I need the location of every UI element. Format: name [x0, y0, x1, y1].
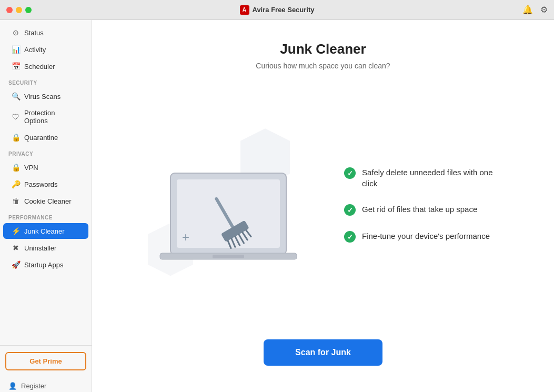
sidebar-label-protection-options: Protection Options [24, 109, 80, 125]
quarantine-icon: 🔒 [12, 133, 20, 142]
sidebar-bottom: Get Prime [0, 345, 92, 377]
features-list: ✓ Safely delete unneeded files with one … [344, 167, 502, 243]
startup-apps-icon: 🚀 [12, 260, 20, 269]
close-button[interactable] [6, 7, 13, 13]
sidebar-item-protection-options[interactable]: 🛡 Protection Options [3, 105, 88, 128]
page-title: Junk Cleaner [280, 41, 366, 57]
sidebar-item-passwords[interactable]: 🔑 Passwords [3, 176, 88, 192]
maximize-button[interactable] [25, 7, 32, 13]
sidebar-item-vpn[interactable]: 🔒 VPN [3, 159, 88, 175]
scheduler-icon: 📅 [12, 62, 20, 71]
laptop-illustration: + [155, 168, 302, 273]
sidebar-item-scheduler[interactable]: 📅 Scheduler [3, 58, 88, 74]
feature-item-1: ✓ Safely delete unneeded files with one … [344, 167, 502, 189]
app-title-area: A Avira Free Security [239, 5, 314, 15]
feature-item-2: ✓ Get rid of files that take up space [344, 204, 502, 216]
sidebar-label-junk-cleaner: Junk Cleaner [24, 227, 65, 235]
feature-text-1: Safely delete unneeded files with one cl… [362, 167, 502, 189]
illustration-container: + [144, 126, 313, 284]
junk-cleaner-icon: ⚡ [12, 227, 20, 235]
title-bar: A Avira Free Security 🔔 ⚙ [0, 0, 554, 20]
get-prime-button[interactable]: Get Prime [5, 352, 86, 370]
sidebar-label-virus-scans: Virus Scans [24, 93, 61, 100]
status-icon: ⊙ [12, 28, 20, 37]
uninstaller-icon: ✖ [12, 244, 20, 252]
scan-button-area: Scan for Junk [264, 324, 382, 392]
sidebar-label-quarantine: Quarantine [24, 134, 58, 142]
feature-text-3: Fine-tune your device's performance [362, 230, 490, 242]
minimize-button[interactable] [16, 7, 22, 13]
security-section-label: SECURITY [0, 75, 92, 88]
check-icon-3: ✓ [344, 231, 356, 243]
passwords-icon: 🔑 [12, 180, 20, 188]
sidebar-item-activity[interactable]: 📊 Activity [3, 42, 88, 57]
sidebar-item-quarantine[interactable]: 🔒 Quarantine [3, 129, 88, 145]
activity-icon: 📊 [12, 45, 20, 54]
notification-icon[interactable]: 🔔 [522, 5, 533, 15]
sidebar-label-vpn: VPN [24, 164, 38, 172]
sidebar-label-scheduler: Scheduler [24, 63, 55, 71]
cookie-cleaner-icon: 🗑 [12, 197, 20, 205]
sidebar-label-status: Status [24, 29, 44, 37]
protection-icon: 🛡 [12, 113, 20, 121]
avira-logo: A [239, 5, 249, 15]
title-bar-actions: 🔔 ⚙ [522, 5, 548, 15]
sidebar: ⊙ Status 📊 Activity 📅 Scheduler SECURITY… [0, 20, 92, 392]
settings-icon[interactable]: ⚙ [540, 5, 548, 15]
svg-text:+: + [182, 230, 189, 244]
sidebar-label-uninstaller: Uninstaller [24, 244, 56, 252]
sidebar-item-virus-scans[interactable]: 🔍 Virus Scans [3, 88, 88, 104]
scan-for-junk-button[interactable]: Scan for Junk [264, 339, 382, 366]
page-subtitle: Curious how much space you can clean? [256, 62, 390, 70]
check-icon-1: ✓ [344, 167, 356, 179]
sidebar-item-uninstaller[interactable]: ✖ Uninstaller [3, 240, 88, 256]
feature-text-2: Get rid of files that take up space [362, 204, 477, 215]
privacy-section-label: PRIVACY [0, 146, 92, 159]
vpn-icon: 🔒 [12, 163, 20, 172]
sidebar-label-startup-apps: Startup Apps [24, 261, 63, 269]
feature-item-3: ✓ Fine-tune your device's performance [344, 230, 502, 243]
sidebar-item-junk-cleaner[interactable]: ⚡ Junk Cleaner [3, 223, 88, 239]
register-label: Register [21, 382, 46, 390]
virus-scans-icon: 🔍 [12, 92, 20, 100]
svg-rect-14 [213, 255, 244, 258]
traffic-lights [6, 7, 32, 13]
app-title: Avira Free Security [252, 6, 314, 14]
content-area: + ✓ Safely delete unneeded files with on… [92, 86, 554, 324]
check-icon-2: ✓ [344, 204, 356, 216]
sidebar-label-passwords: Passwords [24, 180, 58, 188]
sidebar-item-startup-apps[interactable]: 🚀 Startup Apps [3, 257, 88, 273]
sidebar-label-activity: Activity [24, 46, 46, 54]
sidebar-item-cookie-cleaner[interactable]: 🗑 Cookie Cleaner [3, 193, 88, 209]
main-content: Junk Cleaner Curious how much space you … [92, 20, 554, 392]
app-body: ⊙ Status 📊 Activity 📅 Scheduler SECURITY… [0, 20, 554, 392]
sidebar-item-register[interactable]: 👤 Register [0, 377, 92, 392]
sidebar-item-status[interactable]: ⊙ Status [3, 25, 88, 41]
sidebar-label-cookie-cleaner: Cookie Cleaner [24, 197, 72, 205]
register-icon: 👤 [8, 382, 17, 390]
performance-section-label: PERFORMANCE [0, 209, 92, 223]
